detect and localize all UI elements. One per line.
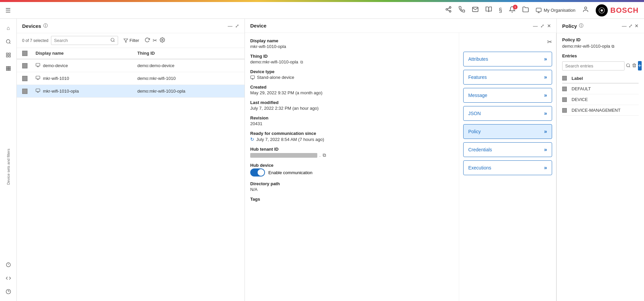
sidebar-item-grid[interactable]: [2, 49, 14, 61]
sidebar-item-home[interactable]: ⌂: [2, 22, 14, 34]
device-display-name: mkr-wifi-1010-opla: [43, 89, 79, 94]
hamburger-menu[interactable]: ☰: [5, 7, 11, 14]
device-name-cell: demo-device: [36, 63, 138, 68]
sidebar-item-apps[interactable]: [2, 62, 14, 74]
created-value: May 29, 2022 9:32 PM (a month ago): [250, 90, 453, 95]
svg-rect-20: [9, 66, 10, 67]
row-checkbox[interactable]: [22, 89, 28, 94]
sidebar-item-bottom1[interactable]: [2, 259, 14, 271]
features-section-btn[interactable]: Features »: [463, 70, 552, 85]
devices-panel: Devices ⓘ — ⤢ 0 of 7 selected Filter: [17, 19, 245, 301]
sidebar-item-search[interactable]: [2, 36, 14, 48]
device-panel-header: Device — ⤢ ✕: [245, 19, 556, 33]
table-row[interactable]: mkr-wifi-1010-opla demo:mkr-wifi-1010-op…: [17, 85, 245, 98]
cut-icon[interactable]: ✂: [153, 37, 157, 44]
section-icon[interactable]: §: [499, 7, 502, 14]
entry-checkbox[interactable]: [562, 87, 567, 91]
entries-search-button[interactable]: [626, 63, 631, 69]
entries-add-button[interactable]: +: [638, 61, 642, 70]
credentials-label: Credentials: [468, 147, 492, 152]
policy-section-btn[interactable]: Policy »: [463, 124, 552, 139]
list-item[interactable]: DEVICE-MANAGEMENT: [562, 105, 639, 116]
svg-line-49: [629, 66, 630, 67]
device-info: Display name mkr-wifi-1010-opla Thing ID…: [245, 33, 459, 301]
copy-hub-tenant-icon[interactable]: ⧉: [323, 152, 326, 158]
credentials-section-btn[interactable]: Credentials »: [463, 142, 552, 157]
phone-icon[interactable]: [459, 6, 465, 14]
table-row[interactable]: mkr-wifi-1010 demo:mkr-wifi-1010: [17, 72, 245, 85]
json-chevron: »: [544, 110, 547, 116]
user-icon[interactable]: [582, 6, 589, 14]
policy-minimize-btn[interactable]: —: [622, 23, 627, 29]
entries-checkbox-col: [562, 76, 572, 81]
mail-icon[interactable]: [472, 6, 479, 14]
bosch-icon: [596, 4, 608, 16]
sidebar-vertical-text: Device sets and filters: [6, 146, 10, 188]
thing-id-col-header: Thing ID: [138, 51, 239, 56]
entry-label: DEVICE: [572, 97, 639, 102]
copy-thing-id-icon[interactable]: ⧉: [300, 60, 303, 64]
svg-line-33: [114, 41, 115, 42]
search-input[interactable]: [54, 38, 110, 43]
list-item[interactable]: DEVICE: [562, 94, 639, 105]
row-checkbox[interactable]: [22, 76, 28, 81]
svg-rect-15: [9, 53, 10, 55]
search-box[interactable]: [51, 36, 118, 45]
sidebar-item-help[interactable]: [2, 286, 14, 298]
entries-search-input[interactable]: [562, 61, 625, 70]
table-row[interactable]: demo-device demo:demo-device: [17, 59, 245, 72]
folder-icon[interactable]: [522, 6, 529, 14]
row-checkbox[interactable]: [22, 63, 28, 68]
devices-minimize-btn[interactable]: —: [228, 23, 232, 29]
json-label: JSON: [468, 111, 481, 116]
executions-section-btn[interactable]: Executions »: [463, 160, 552, 175]
devices-panel-title: Devices ⓘ: [22, 23, 48, 29]
svg-point-48: [627, 63, 630, 66]
bosch-logo: BOSCH: [596, 4, 639, 16]
scissors-icon[interactable]: ✂: [547, 38, 552, 46]
message-section-btn[interactable]: Message »: [463, 88, 552, 103]
org-selector[interactable]: My Organisation: [536, 7, 576, 13]
svg-point-0: [449, 7, 451, 8]
entries-select-all[interactable]: [562, 76, 567, 81]
policy-panel-controls: — ⤢ ✕: [622, 23, 639, 29]
entries-delete-button[interactable]: [632, 63, 637, 69]
policy-close-btn[interactable]: ✕: [635, 23, 639, 29]
filter-label: Filter: [129, 38, 139, 43]
policy-label: Policy: [468, 129, 481, 134]
entry-checkbox[interactable]: [562, 97, 567, 102]
search-icon[interactable]: [110, 38, 115, 43]
entry-checkbox[interactable]: [562, 108, 567, 113]
hub-tenant-label: Hub tenant ID: [250, 147, 453, 152]
devices-expand-btn[interactable]: ⤢: [235, 23, 239, 29]
book-icon[interactable]: [485, 6, 492, 14]
sidebar-item-api[interactable]: [2, 272, 14, 284]
filter-button[interactable]: Filter: [121, 37, 142, 44]
refresh-icon[interactable]: [145, 37, 150, 44]
devices-info-icon[interactable]: ⓘ: [43, 23, 48, 29]
device-expand-btn[interactable]: ⤢: [540, 23, 544, 29]
device-close-btn[interactable]: ✕: [547, 23, 551, 29]
header-left: ☰: [5, 7, 11, 14]
ready-label: Ready for communication since: [250, 131, 453, 136]
select-all-checkbox[interactable]: [22, 51, 28, 56]
bell-icon[interactable]: 1: [509, 6, 516, 14]
device-display-name: demo-device: [43, 63, 68, 68]
hub-tenant-row: . ⧉: [250, 152, 453, 158]
copy-policy-id-icon[interactable]: ⧉: [611, 44, 614, 49]
policy-expand-btn[interactable]: ⤢: [629, 23, 633, 29]
enable-comm-toggle[interactable]: [250, 168, 265, 177]
display-name-label: Display name: [250, 38, 453, 43]
policy-info-icon[interactable]: ⓘ: [579, 23, 583, 29]
policy-body: Policy ID demo:mkr-wifi-1010-opla ⧉ Entr…: [557, 33, 644, 301]
list-item[interactable]: DEFAULT: [562, 84, 639, 94]
display-name-value: mkr-wifi-1010-opla: [250, 44, 453, 49]
json-section-btn[interactable]: JSON »: [463, 106, 552, 121]
device-minimize-btn[interactable]: —: [533, 23, 538, 29]
svg-rect-42: [36, 89, 40, 92]
share-icon[interactable]: [445, 6, 452, 14]
svg-line-4: [447, 8, 449, 9]
attributes-section-btn[interactable]: Attributes »: [463, 52, 552, 66]
settings-icon[interactable]: [160, 37, 165, 44]
device-display-name: mkr-wifi-1010: [43, 76, 69, 81]
